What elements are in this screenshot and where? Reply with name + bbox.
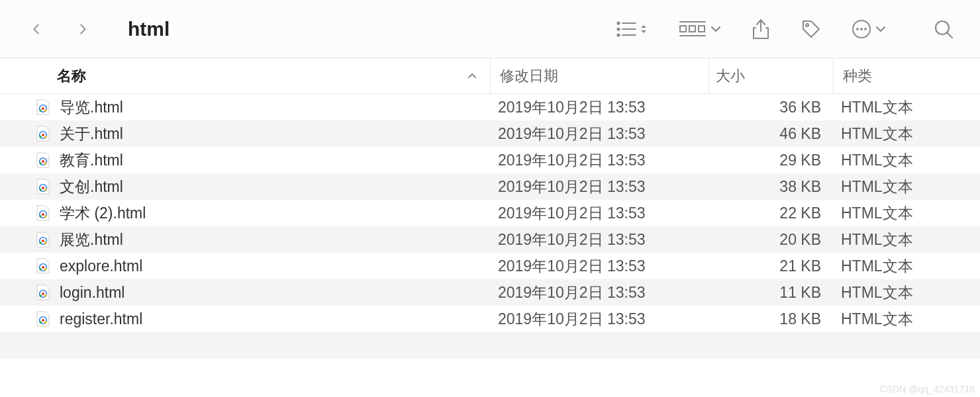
table-row[interactable]: 导览.html2019年10月2日 13:5336 KBHTML文本 <box>0 94 980 120</box>
svg-point-16 <box>856 28 859 30</box>
search-button[interactable] <box>934 16 954 42</box>
html-file-icon <box>36 232 56 247</box>
file-date: 2019年10月2日 13:53 <box>489 97 707 118</box>
table-row[interactable]: login.html2019年10月2日 13:5311 KBHTML文本 <box>0 279 980 306</box>
file-size: 22 KB <box>707 204 832 222</box>
svg-point-39 <box>39 215 42 218</box>
svg-point-48 <box>44 268 47 271</box>
file-date: 2019年10月2日 13:53 <box>489 256 707 277</box>
svg-point-51 <box>39 294 42 297</box>
html-file-icon <box>36 179 56 195</box>
svg-point-43 <box>39 242 42 244</box>
svg-point-0 <box>617 22 619 24</box>
file-name: login.html <box>60 284 489 302</box>
folder-title: html <box>128 18 170 40</box>
column-header-size-label: 大小 <box>716 66 745 86</box>
column-header-date[interactable]: 修改日期 <box>490 58 709 93</box>
html-file-icon <box>36 152 56 168</box>
svg-marker-6 <box>641 25 646 28</box>
file-size: 21 KB <box>707 257 832 275</box>
forward-button[interactable] <box>70 16 96 42</box>
file-size: 18 KB <box>707 310 832 328</box>
file-date: 2019年10月2日 13:53 <box>489 283 707 303</box>
file-kind: HTML文本 <box>832 177 980 197</box>
svg-point-32 <box>44 162 47 165</box>
back-button[interactable] <box>23 16 50 42</box>
html-file-icon <box>36 126 56 142</box>
file-size: 29 KB <box>707 152 832 169</box>
svg-point-52 <box>44 294 47 297</box>
share-button[interactable] <box>751 16 771 42</box>
svg-rect-10 <box>689 26 695 32</box>
svg-rect-11 <box>699 26 705 32</box>
file-kind: HTML文本 <box>832 230 980 250</box>
file-kind: HTML文本 <box>832 309 980 330</box>
file-kind: HTML文本 <box>832 97 980 118</box>
file-kind: HTML文本 <box>832 283 980 303</box>
svg-point-30 <box>42 160 44 163</box>
view-list-button[interactable] <box>616 16 649 42</box>
file-name: 学术 (2).html <box>60 203 489 224</box>
svg-point-40 <box>44 215 47 218</box>
file-date: 2019年10月2日 13:53 <box>489 203 707 224</box>
html-file-icon <box>36 311 56 327</box>
file-list: 导览.html2019年10月2日 13:5336 KBHTML文本 关于.ht… <box>0 94 980 359</box>
file-name: 教育.html <box>60 150 489 171</box>
file-name: 导览.html <box>60 97 489 118</box>
file-kind: HTML文本 <box>832 150 980 171</box>
file-date: 2019年10月2日 13:53 <box>489 124 707 144</box>
svg-point-34 <box>42 187 44 189</box>
svg-point-24 <box>44 109 47 112</box>
file-size: 38 KB <box>707 178 832 196</box>
table-row[interactable]: 文创.html2019年10月2日 13:5338 KBHTML文本 <box>0 173 980 200</box>
svg-point-42 <box>42 240 44 242</box>
table-row[interactable]: register.html2019年10月2日 13:5318 KBHTML文本 <box>0 306 980 332</box>
column-header-date-label: 修改日期 <box>500 66 558 86</box>
html-file-icon <box>36 99 56 115</box>
svg-point-4 <box>617 34 619 36</box>
sort-ascending-icon <box>467 67 477 85</box>
table-row-empty <box>0 332 980 359</box>
html-file-icon <box>36 285 56 300</box>
svg-point-55 <box>39 321 42 324</box>
column-header-name-label: 名称 <box>57 67 86 84</box>
file-kind: HTML文本 <box>832 203 980 224</box>
column-header-size[interactable]: 大小 <box>709 58 833 93</box>
file-kind: HTML文本 <box>832 124 980 144</box>
svg-point-50 <box>42 292 44 295</box>
file-kind: HTML文本 <box>832 256 980 277</box>
file-name: explore.html <box>60 257 489 275</box>
table-row[interactable]: 学术 (2).html2019年10月2日 13:5322 KBHTML文本 <box>0 200 980 226</box>
svg-point-47 <box>39 268 42 271</box>
tags-button[interactable] <box>801 16 822 42</box>
svg-point-26 <box>42 134 44 136</box>
file-name: register.html <box>60 310 489 328</box>
column-header-kind[interactable]: 种类 <box>833 58 980 93</box>
file-name: 展览.html <box>60 230 489 250</box>
group-by-button[interactable] <box>679 16 721 42</box>
more-button[interactable] <box>852 16 887 42</box>
file-date: 2019年10月2日 13:53 <box>489 230 707 250</box>
file-date: 2019年10月2日 13:53 <box>489 309 707 330</box>
file-date: 2019年10月2日 13:53 <box>489 177 707 197</box>
file-size: 36 KB <box>707 99 832 116</box>
column-header-name[interactable]: 名称 <box>0 66 490 86</box>
column-header-kind-label: 种类 <box>843 66 872 86</box>
svg-point-18 <box>864 28 867 30</box>
svg-point-27 <box>39 136 42 138</box>
table-row[interactable]: explore.html2019年10月2日 13:5321 KBHTML文本 <box>0 253 980 279</box>
svg-rect-9 <box>680 26 686 32</box>
svg-point-46 <box>42 266 44 269</box>
table-row[interactable]: 关于.html2019年10月2日 13:5346 KBHTML文本 <box>0 120 980 147</box>
table-row[interactable]: 展览.html2019年10月2日 13:5320 KBHTML文本 <box>0 226 980 253</box>
svg-point-56 <box>44 321 47 324</box>
svg-point-23 <box>39 109 42 112</box>
column-headers: 名称 修改日期 大小 种类 <box>0 58 980 94</box>
svg-point-28 <box>44 136 47 138</box>
file-date: 2019年10月2日 13:53 <box>489 150 707 171</box>
file-size: 20 KB <box>707 231 832 249</box>
svg-point-14 <box>806 24 808 26</box>
toolbar: html <box>0 0 980 58</box>
table-row[interactable]: 教育.html2019年10月2日 13:5329 KBHTML文本 <box>0 147 980 173</box>
svg-point-38 <box>42 213 44 216</box>
